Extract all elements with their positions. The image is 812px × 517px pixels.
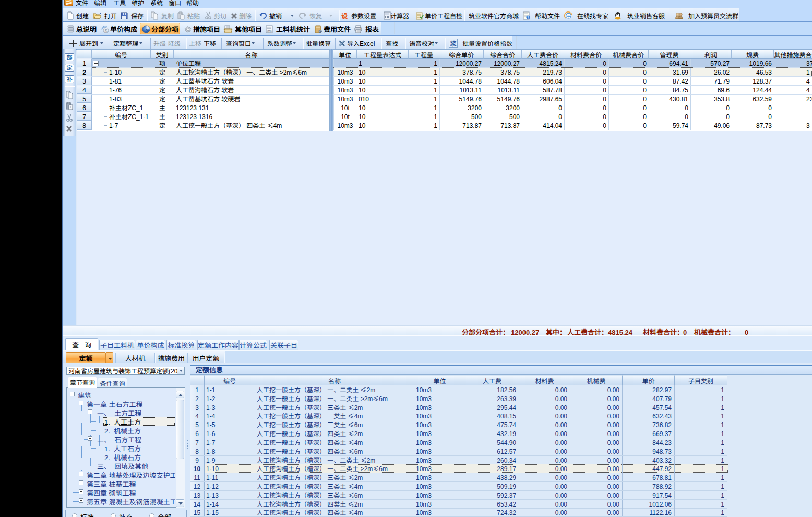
svg-text:$: $ bbox=[104, 28, 107, 33]
svg-text:?: ? bbox=[527, 15, 529, 20]
svg-text:JS: JS bbox=[268, 30, 270, 33]
